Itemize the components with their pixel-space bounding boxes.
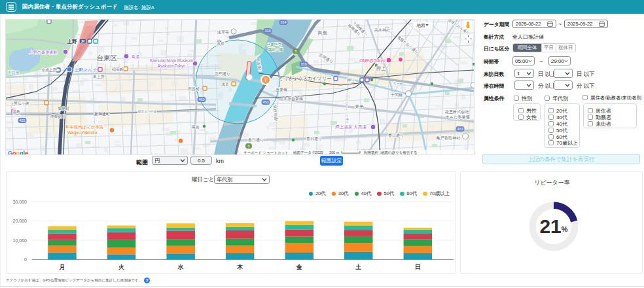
svg-text:寿湯: 寿湯 <box>131 54 139 60</box>
svg-text:上野の森美術館: 上野の森美術館 <box>29 50 57 55</box>
svg-text:浅草: 浅草 <box>221 82 229 86</box>
svg-text:隅田公園: 隅田公園 <box>268 48 283 52</box>
svg-text:浅草: 浅草 <box>217 42 224 46</box>
svg-text:春日通り: 春日通り <box>306 136 322 141</box>
svg-text:浅草寺: 浅草寺 <box>217 29 230 35</box>
svg-text:業平: 業平 <box>355 104 365 109</box>
svg-text:春日通り: 春日通り <box>388 133 404 138</box>
svg-text:上野: 上野 <box>67 39 78 45</box>
svg-text:Asakusa Tokyo: Asakusa Tokyo <box>158 63 186 69</box>
svg-text:453: 453 <box>262 100 268 104</box>
svg-text:453: 453 <box>457 127 463 131</box>
svg-text:200 m: 200 m <box>329 151 340 154</box>
svg-text:ONE@Tokyo: ONE@Tokyo <box>359 58 385 63</box>
svg-text:御徒町: 御徒町 <box>58 106 69 111</box>
svg-text:319: 319 <box>300 62 306 66</box>
svg-text:とうきょうスカイツリー: とうきょうスカイツリー <box>279 75 332 81</box>
svg-text:台東区: 台東区 <box>96 54 117 62</box>
svg-text:地図: 地図 <box>417 23 425 27</box>
svg-text:東上野: 東上野 <box>93 75 105 79</box>
svg-text:Wagyu Yakiniku…: Wagyu Yakiniku… <box>67 130 101 135</box>
svg-text:JR: JR <box>81 40 86 43</box>
svg-text:利用規約: 利用規約 <box>364 151 378 154</box>
svg-text:新御徒町: 新御徒町 <box>94 111 110 117</box>
svg-text:木: 木 <box>236 264 243 270</box>
svg-text:T: T <box>264 78 268 82</box>
svg-text:仲御徒町: 仲御徒町 <box>50 114 65 119</box>
svg-text:日: 日 <box>415 264 421 270</box>
svg-text:314: 314 <box>280 20 286 24</box>
svg-text:田原町: 田原町 <box>188 86 200 92</box>
svg-text:金: 金 <box>296 264 303 270</box>
svg-text:本所吾妻橋: 本所吾妻橋 <box>283 97 303 101</box>
svg-text:20,000: 20,000 <box>13 219 27 223</box>
svg-text:不忍池: 不忍池 <box>8 70 20 75</box>
svg-text:和牛焼肉ばんが本店: 和牛焼肉ばんが本店 <box>65 124 104 130</box>
svg-text:稲荷町: 稲荷町 <box>112 67 124 71</box>
svg-text:水: 水 <box>177 264 185 270</box>
svg-text:亀戸香取神社: 亀戸香取神社 <box>436 135 461 141</box>
svg-text:月: 月 <box>59 264 65 270</box>
svg-text:6: 6 <box>247 144 249 148</box>
svg-text:高木神社: 高木神社 <box>374 27 390 32</box>
svg-text:土: 土 <box>355 264 361 270</box>
svg-text:台東区立: 台東区立 <box>266 42 281 47</box>
svg-text:463: 463 <box>198 98 204 101</box>
svg-text:花王株式会社: 花王株式会社 <box>444 109 469 115</box>
svg-text:10,000: 10,000 <box>13 238 27 243</box>
svg-text:Samurai Ninja Museum: Samurai Ninja Museum <box>150 58 193 63</box>
svg-text:雷門通り: 雷門通り <box>215 71 230 77</box>
svg-text:湯島: 湯島 <box>12 109 20 115</box>
svg-text:押上: 押上 <box>376 65 387 71</box>
svg-text:押上温泉 大黒湯: 押上温泉 大黒湯 <box>335 124 367 130</box>
svg-text:6: 6 <box>295 49 296 53</box>
svg-text:452: 452 <box>19 118 25 122</box>
svg-text:十間橋: 十間橋 <box>390 93 402 98</box>
svg-text:火: 火 <box>118 264 125 270</box>
svg-text:向島: 向島 <box>318 30 328 36</box>
svg-text:0: 0 <box>24 257 27 262</box>
svg-text:上野マルイ: 上野マルイ <box>75 67 97 72</box>
svg-text:上野広小路: 上野広小路 <box>10 101 29 106</box>
svg-text:蔵前: 蔵前 <box>192 125 200 129</box>
svg-text:30,000: 30,000 <box>13 200 27 204</box>
svg-text:地図の誤りを報告する: 地図の誤りを報告する <box>380 151 418 154</box>
svg-text:押上: 押上 <box>347 78 355 82</box>
svg-text:地図データ ©2025: 地図データ ©2025 <box>293 151 323 154</box>
svg-text:吾妻橋: 吾妻橋 <box>276 88 287 92</box>
svg-text:京成上野: 京成上野 <box>41 68 57 72</box>
svg-text:Google: Google <box>8 150 28 154</box>
svg-text:春日通り: 春日通り <box>248 137 264 143</box>
svg-text:すみだ事業場: すみだ事業場 <box>445 115 470 120</box>
svg-text:キーボード ショートカット: キーボード ショートカット <box>243 151 289 154</box>
svg-text:319: 319 <box>264 29 270 33</box>
